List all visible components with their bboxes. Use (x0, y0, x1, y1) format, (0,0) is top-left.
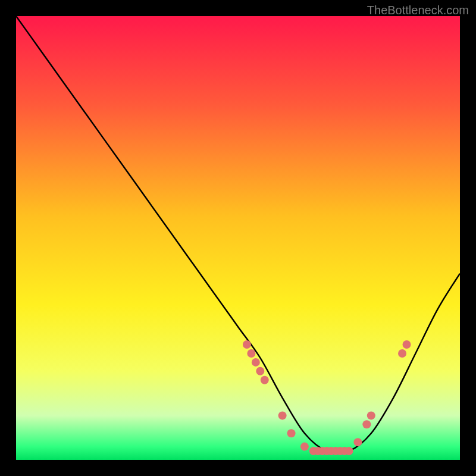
data-marker (243, 340, 251, 349)
data-marker (353, 438, 362, 446)
data-marker (300, 443, 309, 451)
bottleneck-curve (16, 16, 460, 453)
data-marker (256, 367, 264, 375)
data-markers (243, 340, 411, 455)
data-marker (362, 420, 371, 428)
data-marker (261, 376, 269, 384)
data-marker (252, 358, 260, 367)
data-marker (398, 349, 406, 358)
data-marker (278, 411, 287, 419)
data-marker (287, 429, 296, 437)
data-marker (402, 340, 411, 349)
data-marker (247, 349, 255, 358)
chart-curve-layer (16, 16, 460, 460)
data-marker (345, 447, 353, 455)
chart-plot-area (16, 16, 460, 460)
watermark-text: TheBottleneck.com (367, 4, 469, 17)
data-marker (367, 411, 375, 419)
